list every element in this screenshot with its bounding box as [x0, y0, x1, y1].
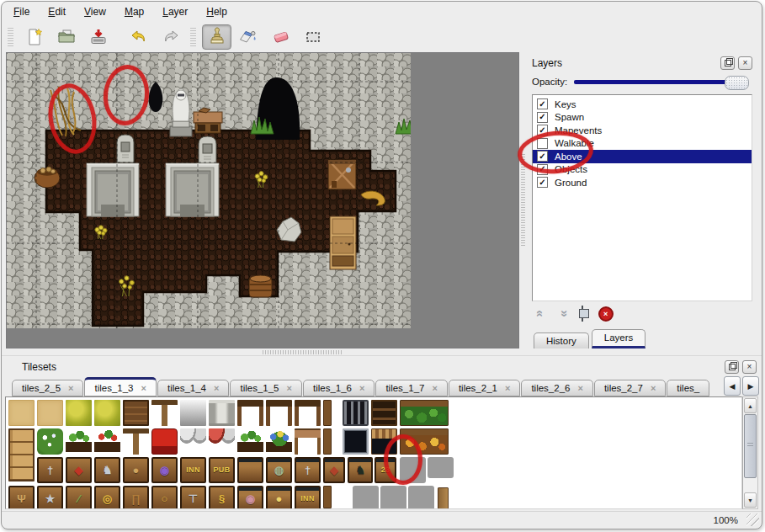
tileset-tab-tiles_1_4[interactable]: tiles_1_4× — [157, 380, 229, 396]
toolbar-handle[interactable] — [8, 28, 13, 46]
tile-hang[interactable]: ♞ — [348, 457, 373, 483]
delete-layer-button[interactable]: × — [598, 306, 614, 322]
tile-thin[interactable] — [323, 428, 332, 455]
tile-board[interactable]: ○ — [151, 486, 178, 509]
tile-board[interactable]: § — [209, 486, 235, 509]
tile-mailbox[interactable] — [151, 428, 178, 455]
tileset-tab-tiles_[interactable]: tiles_ — [667, 380, 709, 396]
menu-help[interactable]: Help — [203, 4, 231, 19]
toolbar-handle[interactable] — [190, 28, 196, 46]
menu-map[interactable]: Map — [121, 4, 147, 19]
splitter-horizontal[interactable] — [2, 348, 762, 355]
close-tab-icon[interactable]: × — [432, 383, 437, 393]
tile-bush[interactable] — [94, 400, 120, 426]
tile-beam[interactable] — [295, 400, 321, 426]
scroll-tabs-right-button[interactable]: ▶ — [742, 376, 759, 396]
tile-fencepost[interactable] — [123, 428, 149, 455]
close-tab-icon[interactable]: × — [214, 383, 219, 393]
menu-edit[interactable]: Edit — [45, 4, 69, 19]
scroll-up-button[interactable]: ▲ — [744, 398, 757, 413]
close-tab-icon[interactable]: × — [141, 383, 146, 393]
duplicate-layer-button[interactable] — [582, 306, 583, 322]
tile-awningr[interactable] — [209, 428, 235, 455]
tile-bush[interactable] — [66, 400, 92, 426]
tile-board[interactable]: ◎ — [94, 486, 120, 509]
scrollbar-thumb[interactable] — [744, 414, 757, 478]
opacity-slider[interactable] — [574, 80, 747, 84]
tile-sand[interactable] — [37, 400, 63, 426]
tile-board[interactable]: ◆ — [66, 457, 92, 483]
save-button[interactable] — [83, 24, 113, 50]
layer-row-walkable[interactable]: Walkable — [533, 137, 752, 151]
stamp-tool-button[interactable] — [202, 24, 231, 50]
tile-fencepost[interactable] — [151, 400, 178, 426]
opacity-slider-handle[interactable] — [725, 76, 749, 90]
float-panel-button[interactable] — [720, 56, 735, 70]
close-tab-icon[interactable]: × — [577, 383, 582, 393]
layer-row-above[interactable]: ✓Above — [533, 150, 752, 163]
tile-stallf[interactable] — [400, 428, 449, 455]
tileset-tab-tiles_1_5[interactable]: tiles_1_5× — [230, 380, 301, 396]
tile-beam[interactable] — [237, 400, 263, 426]
menu-view[interactable]: View — [81, 4, 109, 19]
tile-hang[interactable]: 23 — [375, 457, 396, 483]
tile-stallg[interactable] — [400, 400, 449, 426]
tile-hang[interactable]: ◆ — [323, 457, 345, 483]
close-tab-icon[interactable]: × — [287, 383, 292, 393]
tileset-tab-tiles_2_1[interactable]: tiles_2_1× — [449, 380, 520, 396]
tile-board[interactable]: ● — [123, 457, 149, 483]
layer-list[interactable]: ✓Keys✓Spawn✓MapeventsWalkable✓Above✓Obje… — [532, 94, 752, 301]
resize-grip[interactable] — [746, 513, 759, 526]
tile-board[interactable]: ∏ — [123, 486, 149, 509]
tile-board[interactable]: ⊤ — [180, 486, 206, 509]
eraser-tool-button[interactable] — [266, 24, 295, 50]
tile-hang[interactable]: ◍ — [266, 457, 292, 483]
layer-checkbox[interactable]: ✓ — [537, 164, 548, 175]
layer-row-keys[interactable]: ✓Keys — [533, 98, 752, 111]
tile-board[interactable]: ◉ — [151, 457, 178, 483]
tile-postw[interactable] — [438, 487, 449, 509]
layer-checkbox[interactable]: ✓ — [537, 112, 548, 123]
layer-checkbox[interactable]: ✓ — [537, 177, 548, 188]
tile-planterr[interactable] — [94, 428, 120, 455]
tile-hang[interactable]: INN — [295, 486, 321, 509]
tileset-tab-tiles_1_6[interactable]: tiles_1_6× — [303, 380, 375, 396]
tile-blackwin[interactable] — [343, 428, 369, 455]
undo-button[interactable] — [124, 24, 153, 50]
fill-tool-button[interactable] — [234, 24, 263, 50]
tile-pillar[interactable] — [209, 400, 235, 426]
tile-grad[interactable] — [180, 400, 206, 426]
tile-shelfwin[interactable] — [371, 400, 397, 426]
tile-hang[interactable] — [237, 457, 263, 483]
dock-tab-layers[interactable]: Layers — [592, 329, 646, 348]
float-panel-button[interactable] — [725, 360, 739, 374]
tile-board[interactable]: ♞ — [94, 457, 120, 483]
tile-board[interactable]: PUB — [209, 457, 235, 483]
open-file-button[interactable] — [51, 24, 81, 50]
tile-beam[interactable] — [266, 400, 292, 426]
tile-gray[interactable] — [428, 457, 454, 478]
tile-cabinet2[interactable] — [8, 428, 35, 481]
close-tab-icon[interactable]: × — [505, 383, 510, 393]
tile-flowerswhite[interactable] — [37, 428, 63, 455]
close-panel-button[interactable]: × — [738, 56, 752, 70]
tile-board[interactable]: INN — [180, 457, 206, 483]
tile-planterg[interactable] — [237, 428, 263, 455]
move-layer-up-button[interactable]: « — [537, 306, 544, 322]
tileset-content[interactable]: †◆♞●◉INNPUB◍†◆♞23Ψ★⁄◎∏○⊤§◉●INN — [5, 396, 742, 509]
tile-hang[interactable]: ● — [266, 486, 292, 509]
tile-thin[interactable] — [323, 486, 332, 508]
tile-planterb[interactable] — [266, 428, 292, 455]
tile-planterg[interactable] — [66, 428, 92, 455]
layer-row-spawn[interactable]: ✓Spawn — [533, 111, 752, 125]
layer-row-objects[interactable]: ✓Objects — [533, 163, 752, 177]
tile-hang[interactable]: † — [295, 457, 321, 483]
tile-gray[interactable] — [408, 486, 434, 509]
tileset-tab-tiles_2_6[interactable]: tiles_2_6× — [521, 380, 592, 396]
scroll-down-button[interactable]: ▼ — [744, 492, 757, 508]
close-tab-icon[interactable]: × — [68, 383, 73, 393]
layer-checkbox[interactable]: ✓ — [537, 98, 548, 109]
tileset-tab-tiles_2_5[interactable]: tiles_2_5× — [12, 380, 83, 396]
tile-hang[interactable]: ◉ — [237, 486, 263, 509]
layer-row-ground[interactable]: ✓Ground — [533, 176, 752, 189]
